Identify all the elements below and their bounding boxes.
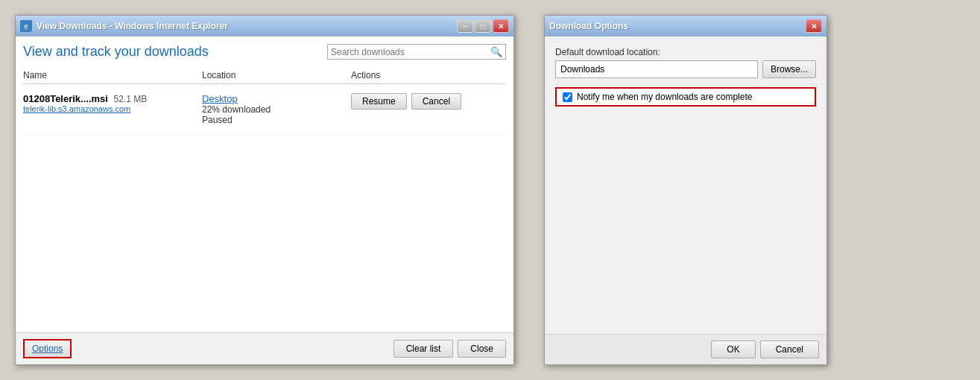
header-row: View and track your downloads 🔍 — [23, 44, 506, 60]
resume-button[interactable]: Resume — [351, 93, 407, 110]
window-body: View and track your downloads 🔍 Name Loc… — [16, 37, 513, 332]
file-size: 52.1 MB — [114, 94, 148, 104]
notify-row: Notify me when my downloads are complete — [555, 87, 816, 107]
dialog-close-button[interactable]: ✕ — [806, 19, 822, 33]
cancel-download-button[interactable]: Cancel — [411, 93, 461, 110]
clear-list-button[interactable]: Clear list — [393, 340, 454, 358]
dialog-cancel-button[interactable]: Cancel — [760, 341, 819, 358]
close-window-button[interactable]: ✕ — [493, 19, 509, 33]
footer-right: Clear list Close — [393, 340, 506, 358]
download-window: e View Downloads - Windows Internet Expl… — [15, 15, 514, 365]
file-name: 01208Telerik....msi — [23, 93, 108, 104]
download-progress: 22% downloaded — [202, 104, 351, 115]
file-source[interactable]: telerik-lib.s3.amazonaws.com — [23, 104, 202, 113]
search-input[interactable] — [331, 47, 490, 57]
options-dialog: Download Options ✕ Default download loca… — [544, 15, 827, 365]
window-title: View Downloads - Windows Internet Explor… — [37, 21, 457, 31]
dialog-title-bar: Download Options ✕ — [545, 16, 826, 37]
notify-label: Notify me when my downloads are complete — [577, 92, 752, 102]
column-header-name: Name — [23, 70, 202, 80]
download-status: Paused — [202, 115, 351, 125]
close-button[interactable]: Close — [458, 340, 506, 358]
title-bar-buttons: ─ □ ✕ — [457, 19, 509, 33]
file-actions: Resume Cancel — [351, 93, 506, 110]
maximize-button[interactable]: □ — [475, 19, 491, 33]
title-bar: e View Downloads - Windows Internet Expl… — [16, 16, 513, 37]
browse-button[interactable]: Browse... — [762, 60, 816, 78]
footer: Options Clear list Close — [16, 332, 513, 364]
ok-button[interactable]: OK — [711, 341, 755, 358]
options-button[interactable]: Options — [23, 339, 72, 358]
file-info: 01208Telerik....msi 52.1 MB telerik-lib.… — [23, 93, 202, 113]
location-link[interactable]: Desktop — [202, 93, 351, 104]
dialog-footer: OK Cancel — [545, 334, 826, 364]
download-row: 01208Telerik....msi 52.1 MB telerik-lib.… — [23, 84, 506, 135]
page-heading: View and track your downloads — [23, 44, 209, 60]
file-location: Desktop 22% downloaded Paused — [202, 93, 351, 125]
location-input[interactable] — [555, 60, 758, 78]
column-header-actions: Actions — [351, 70, 506, 80]
dialog-body: Default download location: Browse... Not… — [545, 37, 826, 334]
location-label: Default download location: — [555, 47, 816, 57]
table-header: Name Location Actions — [23, 67, 506, 84]
minimize-button[interactable]: ─ — [457, 19, 473, 33]
ie-icon: e — [20, 20, 32, 32]
location-input-row: Browse... — [555, 60, 816, 78]
column-header-location: Location — [202, 70, 351, 80]
search-box: 🔍 — [327, 44, 506, 60]
dialog-title: Download Options — [549, 21, 806, 31]
content-area — [23, 135, 506, 325]
notify-checkbox[interactable] — [563, 92, 572, 102]
dialog-title-bar-buttons: ✕ — [806, 19, 822, 33]
file-name-row: 01208Telerik....msi 52.1 MB — [23, 93, 202, 104]
search-icon: 🔍 — [490, 46, 502, 57]
